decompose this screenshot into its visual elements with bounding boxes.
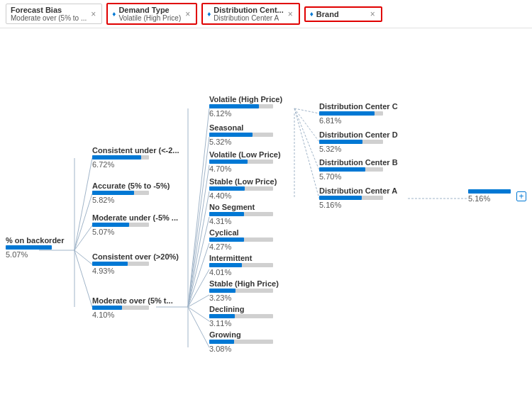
filter-chip-distribution-center[interactable]: ♦ Distribution Cent... Distribution Cent…: [201, 3, 300, 25]
level2-label-5: Cyclical: [209, 228, 273, 237]
level2-bar-4: [209, 212, 273, 216]
level2-node-9[interactable]: Growing 3.08%: [209, 330, 273, 353]
level1-value-1: 5.82%: [92, 196, 170, 204]
level2-node-5[interactable]: Cyclical 4.27%: [209, 228, 273, 251]
svg-line-2: [74, 225, 92, 250]
root-bar: [6, 245, 65, 250]
level2-value-4: 4.31%: [209, 217, 273, 225]
level3-label-2: Distribution Center B: [319, 158, 398, 167]
chip-close-forecast-bias[interactable]: ×: [89, 9, 97, 19]
root-label: % on backorder: [6, 236, 65, 245]
level2-value-0: 6.12%: [209, 109, 282, 118]
level2-value-6: 4.01%: [209, 268, 273, 276]
level2-bar-3: [209, 186, 277, 191]
level2-value-2: 4.70%: [209, 164, 281, 173]
svg-line-3: [74, 250, 92, 264]
level2-bar-7: [209, 289, 279, 293]
level2-node-2[interactable]: Volatile (Low Price) 4.70%: [209, 150, 281, 173]
chip-close-brand[interactable]: ×: [369, 9, 377, 19]
chip-value-distribution-center: Distribution Center A: [214, 14, 283, 22]
level3-node-3-selected[interactable]: Distribution Center A 5.16%: [319, 186, 397, 209]
level1-label-4: Moderate over (5% t...: [92, 296, 173, 305]
level3-node-0[interactable]: Distribution Center C 6.81%: [319, 102, 398, 125]
chip-title-forecast-bias: Forecast Bias: [11, 6, 87, 14]
level1-value-2: 5.07%: [92, 228, 178, 236]
level1-node-3[interactable]: Consistent over (>20%) 4.93%: [92, 252, 179, 275]
level1-label-2: Moderate under (-5% ...: [92, 213, 178, 222]
level3-label-1: Distribution Center D: [319, 130, 398, 139]
level4-node[interactable]: 5.16%: [468, 189, 511, 203]
level3-bar-1: [319, 140, 398, 144]
svg-line-21: [294, 108, 319, 170]
level2-label-7: Stable (High Price): [209, 279, 279, 288]
level4-bar: [468, 189, 511, 194]
chip-title-brand: Brand: [316, 10, 366, 18]
level2-value-1: 5.32%: [209, 138, 273, 146]
level1-node-4-selected[interactable]: Moderate over (5% t... 4.10%: [92, 296, 173, 319]
filter-chip-demand-type[interactable]: ♦ Demand Type Volatile (High Price) ×: [106, 3, 197, 25]
level1-node-0[interactable]: Consistent under (<-2... 6.72%: [92, 146, 179, 169]
level2-label-8: Declining: [209, 305, 273, 313]
filter-bar: Forecast Bias Moderate over (5% to ... ×…: [0, 0, 532, 28]
level3-bar-2: [319, 167, 398, 172]
level2-label-2: Volatile (Low Price): [209, 150, 281, 159]
filter-icon-distribution-center: ♦: [207, 10, 211, 18]
svg-line-10: [188, 191, 209, 307]
level3-value-2: 5.70%: [319, 172, 398, 181]
level1-label-1: Accurate (5% to -5%): [92, 181, 170, 190]
level3-node-1[interactable]: Distribution Center D 5.32%: [319, 130, 398, 153]
level2-bar-9: [209, 340, 273, 344]
level2-label-4: No Segment: [209, 203, 273, 211]
level1-bar-4: [92, 306, 173, 310]
level3-node-2[interactable]: Distribution Center B 5.70%: [319, 158, 398, 181]
level3-bar-3: [319, 196, 397, 200]
level2-label-9: Growing: [209, 330, 273, 339]
level3-value-3: 5.16%: [319, 201, 397, 209]
svg-line-7: [188, 108, 209, 307]
level2-value-9: 3.08%: [209, 345, 273, 353]
svg-line-11: [188, 217, 209, 307]
level1-bar-3: [92, 262, 179, 266]
level2-node-1[interactable]: Seasonal 5.32%: [209, 123, 273, 146]
filter-icon-demand-type: ♦: [112, 10, 116, 18]
level2-value-3: 4.40%: [209, 191, 277, 200]
level2-bar-8: [209, 314, 273, 318]
level2-node-0-selected[interactable]: Volatile (High Price) 6.12%: [209, 95, 282, 118]
level1-label-0: Consistent under (<-2...: [92, 146, 179, 155]
level2-value-5: 4.27%: [209, 242, 273, 251]
chip-close-distribution-center[interactable]: ×: [287, 9, 294, 19]
level2-node-8[interactable]: Declining 3.11%: [209, 305, 273, 328]
level3-value-1: 5.32%: [319, 145, 398, 153]
svg-line-19: [294, 108, 319, 113]
chip-value-forecast-bias: Moderate over (5% to ...: [11, 14, 87, 22]
level2-bar-1: [209, 133, 273, 137]
level2-bar-0: [209, 104, 282, 108]
level2-node-6[interactable]: Intermittent 4.01%: [209, 254, 273, 276]
chip-title-demand-type: Demand Type: [118, 6, 181, 14]
svg-line-12: [188, 243, 209, 307]
chip-close-demand-type[interactable]: ×: [184, 9, 192, 19]
level2-bar-6: [209, 263, 273, 267]
level1-node-1[interactable]: Accurate (5% to -5%) 5.82%: [92, 181, 170, 204]
level2-node-3[interactable]: Stable (Low Price) 4.40%: [209, 177, 277, 200]
filter-icon-brand: ♦: [310, 10, 314, 18]
level3-value-0: 6.81%: [319, 116, 398, 125]
level1-bar-1: [92, 191, 170, 195]
level1-value-3: 4.93%: [92, 267, 179, 275]
svg-line-13: [188, 269, 209, 307]
filter-chip-forecast-bias[interactable]: Forecast Bias Moderate over (5% to ... ×: [6, 4, 102, 24]
svg-line-20: [294, 108, 319, 142]
svg-line-9: [188, 165, 209, 307]
svg-line-14: [188, 295, 209, 307]
chip-value-demand-type: Volatile (High Price): [118, 14, 181, 22]
level2-node-7[interactable]: Stable (High Price) 3.23%: [209, 279, 279, 302]
svg-line-1: [74, 194, 92, 250]
level1-node-2[interactable]: Moderate under (-5% ... 5.07%: [92, 213, 178, 236]
level2-label-1: Seasonal: [209, 123, 273, 132]
add-level-button[interactable]: +: [516, 191, 526, 201]
filter-chip-brand[interactable]: ♦ Brand ×: [304, 6, 382, 22]
level2-node-4[interactable]: No Segment 4.31%: [209, 203, 273, 225]
main-area: % on backorder 5.07% Consistent under (<…: [0, 28, 532, 397]
level1-label-3: Consistent over (>20%): [92, 252, 179, 261]
root-value: 5.07%: [6, 250, 65, 259]
